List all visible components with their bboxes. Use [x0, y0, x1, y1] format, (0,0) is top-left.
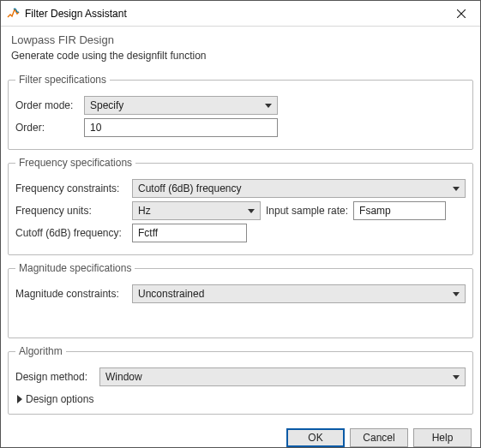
frequency-constraints-dropdown[interactable]: Cutoff (6dB) frequency: [132, 179, 466, 198]
design-method-value: Window: [105, 371, 142, 383]
frequency-units-dropdown[interactable]: Hz: [132, 201, 261, 220]
title-bar: Filter Design Assistant: [1, 1, 480, 27]
close-button[interactable]: [442, 1, 480, 27]
magnitude-constraints-dropdown[interactable]: Unconstrained: [132, 284, 466, 303]
close-icon: [457, 9, 466, 18]
frequency-units-label: Frequency units:: [15, 205, 127, 217]
magnitude-specifications-group: Magnitude specifications Magnitude const…: [8, 262, 473, 338]
design-options-label: Design options: [26, 393, 93, 405]
cutoff-frequency-label: Cutoff (6dB) frequency:: [15, 227, 127, 239]
frequency-specifications-group: Frequency specifications Frequency const…: [8, 157, 473, 255]
frequency-specifications-legend: Frequency specifications: [15, 157, 135, 169]
frequency-constraints-label: Frequency constraints:: [15, 182, 127, 194]
window-title: Filter Design Assistant: [25, 8, 127, 20]
heading-title: Lowpass FIR Design: [8, 32, 473, 50]
order-input[interactable]: [84, 118, 278, 137]
dialog-footer: OK Cancel Help: [1, 423, 480, 448]
order-mode-label: Order mode:: [15, 99, 79, 111]
filter-specifications-legend: Filter specifications: [15, 74, 110, 86]
input-sample-rate-input[interactable]: [353, 201, 446, 220]
input-sample-rate-label: Input sample rate:: [266, 205, 348, 217]
order-mode-value: Specify: [90, 99, 123, 111]
ok-button[interactable]: OK: [286, 428, 345, 447]
filter-specifications-group: Filter specifications Order mode: Specif…: [8, 74, 473, 150]
algorithm-group: Algorithm Design method: Window Design o…: [8, 345, 473, 415]
frequency-units-value: Hz: [138, 205, 151, 217]
order-label: Order:: [15, 122, 79, 134]
magnitude-constraints-label: Magnitude constraints:: [15, 288, 127, 300]
cancel-button[interactable]: Cancel: [350, 428, 408, 447]
triangle-right-icon: [17, 395, 22, 403]
magnitude-constraints-value: Unconstrained: [138, 288, 204, 300]
order-mode-dropdown[interactable]: Specify: [84, 96, 278, 115]
cutoff-frequency-input[interactable]: [132, 224, 247, 242]
heading-subtitle: Generate code using the designfilt funct…: [8, 50, 473, 70]
design-method-label: Design method:: [15, 371, 94, 383]
magnitude-specifications-legend: Magnitude specifications: [15, 262, 135, 274]
algorithm-legend: Algorithm: [15, 345, 66, 357]
help-button[interactable]: Help: [413, 428, 472, 447]
dialog-content: Lowpass FIR Design Generate code using t…: [1, 27, 480, 423]
design-options-toggle[interactable]: Design options: [15, 390, 466, 405]
design-method-dropdown[interactable]: Window: [99, 367, 466, 386]
frequency-constraints-value: Cutoff (6dB) frequency: [138, 182, 242, 194]
matlab-icon: [6, 7, 20, 21]
